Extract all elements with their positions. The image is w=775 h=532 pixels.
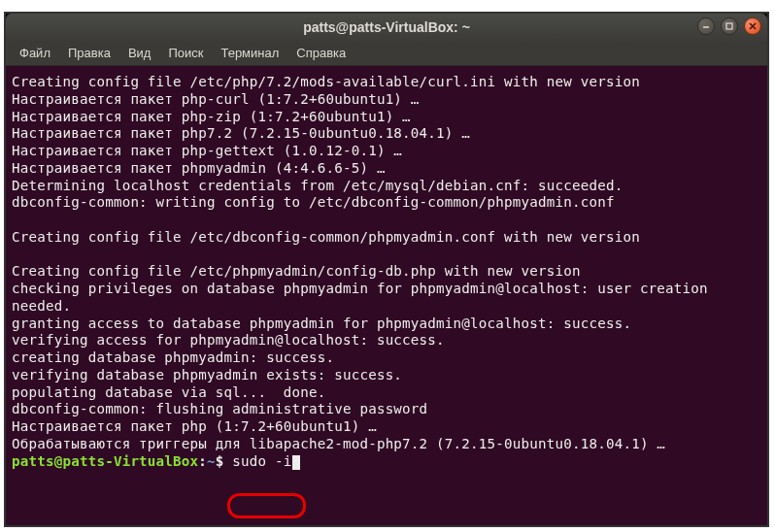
terminal-line: Настраивается пакет php-zip (1:7.2+60ubu… bbox=[12, 109, 411, 124]
terminal-line: verifying database phpmyadmin exists: su… bbox=[12, 367, 402, 382]
window-controls bbox=[697, 17, 761, 35]
prompt-path: ~ bbox=[207, 453, 216, 469]
terminal-line: Creating config file /etc/phpmyadmin/con… bbox=[12, 263, 581, 279]
prompt-command: sudo -i bbox=[232, 453, 291, 469]
terminal-line: dbconfig-common: flushing administrative… bbox=[12, 401, 427, 416]
terminal-line: creating database phpmyadmin: success. bbox=[12, 349, 334, 365]
menubar: Файл Правка Вид Поиск Терминал Справка bbox=[6, 41, 767, 66]
menu-help[interactable]: Справка bbox=[288, 44, 354, 62]
terminal-line: Обрабатываются триггеры для libapache2-m… bbox=[12, 436, 665, 451]
terminal-line: Creating config file /etc/dbconfig-commo… bbox=[12, 229, 640, 245]
terminal-line: Настраивается пакет php (1:7.2+60ubuntu1… bbox=[12, 418, 377, 434]
close-button[interactable] bbox=[744, 17, 761, 35]
terminal-line: granting access to database phpmyadmin f… bbox=[12, 316, 631, 331]
terminal-line: Настраивается пакет phpmyadmin (4:4.6.6-… bbox=[12, 160, 386, 176]
terminal-area[interactable]: Creating config file /etc/php/7.2/mods-a… bbox=[6, 66, 767, 525]
terminal-line: dbconfig-common: writing config to /etc/… bbox=[12, 194, 615, 210]
terminal-line: populating database via sql... done. bbox=[12, 384, 325, 400]
svg-rect-1 bbox=[726, 23, 732, 29]
prompt-dollar: $ bbox=[216, 453, 224, 469]
cursor-icon bbox=[292, 455, 300, 470]
window-title: patts@patts-VirtualBox: ~ bbox=[303, 19, 470, 35]
minimize-button[interactable] bbox=[697, 17, 715, 35]
terminal-line: Настраивается пакет php-gettext (1.0.12-… bbox=[12, 143, 402, 158]
terminal-line: Настраивается пакет php-curl (1:7.2+60ub… bbox=[12, 91, 420, 107]
menu-terminal[interactable]: Терминал bbox=[213, 44, 286, 62]
prompt-sep: : bbox=[198, 453, 207, 469]
menu-file[interactable]: Файл bbox=[12, 44, 58, 62]
terminal-line: verifying access for phpmyadmin@localhos… bbox=[12, 332, 445, 348]
prompt-user-host: patts@patts-VirtualBox bbox=[12, 453, 198, 469]
terminal-line: checking privileges on database phpmyadm… bbox=[12, 281, 717, 314]
menu-view[interactable]: Вид bbox=[120, 44, 159, 62]
terminal-line: Настраивается пакет php7.2 (7.2.15-0ubun… bbox=[12, 125, 470, 141]
titlebar: patts@patts-VirtualBox: ~ bbox=[6, 14, 767, 41]
terminal-line: Determining localhost credentials from /… bbox=[12, 178, 623, 193]
maximize-button[interactable] bbox=[721, 17, 738, 35]
menu-edit[interactable]: Правка bbox=[60, 44, 118, 62]
terminal-line: Creating config file /etc/php/7.2/mods-a… bbox=[12, 74, 640, 89]
menu-search[interactable]: Поиск bbox=[160, 44, 211, 62]
window-frame: patts@patts-VirtualBox: ~ Файл Правка Ви… bbox=[4, 12, 769, 527]
